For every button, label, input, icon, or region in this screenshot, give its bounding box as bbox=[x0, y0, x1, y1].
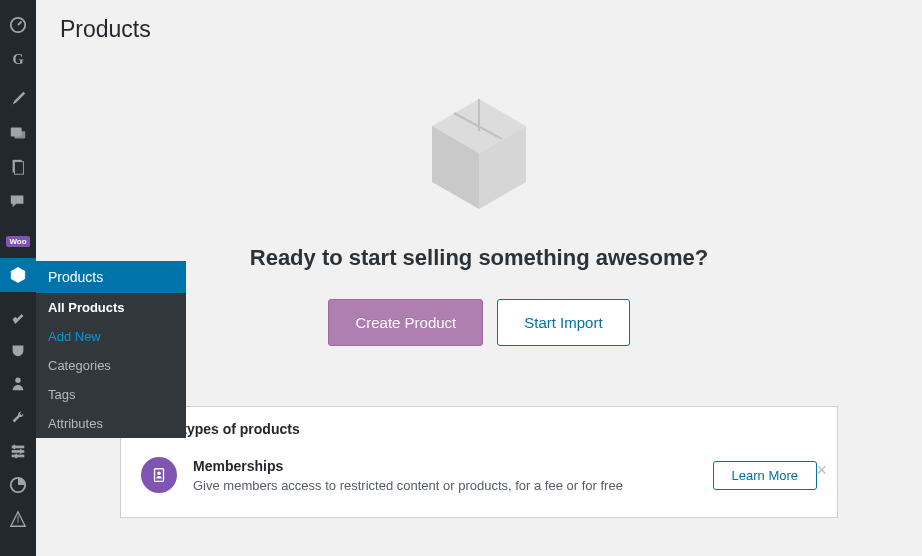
svg-rect-3 bbox=[14, 131, 25, 138]
other-products-heading: Other types of products bbox=[141, 421, 817, 437]
comments-icon[interactable] bbox=[0, 184, 36, 218]
membership-info: Memberships Give members access to restr… bbox=[193, 458, 697, 493]
submenu-add-new[interactable]: Add New bbox=[36, 322, 186, 351]
svg-point-20 bbox=[157, 471, 161, 475]
submenu-tags[interactable]: Tags bbox=[36, 380, 186, 409]
membership-badge-icon bbox=[141, 457, 177, 493]
pages-icon[interactable] bbox=[0, 150, 36, 184]
membership-item: Memberships Give members access to restr… bbox=[141, 457, 817, 493]
appearance-icon[interactable] bbox=[0, 298, 36, 332]
empty-state-heading: Ready to start selling something awesome… bbox=[80, 245, 878, 271]
dismiss-icon[interactable]: × bbox=[816, 460, 827, 481]
users-icon[interactable] bbox=[0, 366, 36, 400]
membership-description: Give members access to restricted conten… bbox=[193, 478, 697, 493]
submenu-attributes[interactable]: Attributes bbox=[36, 409, 186, 438]
posts-icon[interactable] bbox=[0, 82, 36, 116]
svg-text:G: G bbox=[13, 51, 24, 67]
svg-rect-5 bbox=[14, 162, 23, 175]
membership-title: Memberships bbox=[193, 458, 697, 474]
marketing-icon[interactable] bbox=[0, 502, 36, 536]
plugins-icon[interactable] bbox=[0, 332, 36, 366]
start-import-button[interactable]: Start Import bbox=[497, 299, 629, 346]
tools-icon[interactable] bbox=[0, 400, 36, 434]
dashboard-icon[interactable] bbox=[0, 8, 36, 42]
svg-rect-11 bbox=[20, 449, 22, 454]
settings-icon[interactable] bbox=[0, 434, 36, 468]
svg-rect-8 bbox=[12, 450, 25, 453]
box-illustration bbox=[80, 91, 878, 215]
other-products-card: Other types of products Memberships Give… bbox=[120, 406, 838, 518]
page-title: Products bbox=[60, 16, 898, 43]
button-row: Create Product Start Import bbox=[80, 299, 878, 346]
create-product-button[interactable]: Create Product bbox=[328, 299, 483, 346]
google-icon[interactable]: G bbox=[0, 42, 36, 76]
submenu-header-products[interactable]: Products bbox=[36, 261, 186, 293]
admin-icon-sidebar: G Woo bbox=[0, 0, 36, 556]
learn-more-button[interactable]: Learn More bbox=[713, 461, 817, 490]
svg-rect-9 bbox=[12, 455, 25, 458]
svg-rect-12 bbox=[15, 454, 17, 459]
woocommerce-icon[interactable]: Woo bbox=[0, 224, 36, 258]
submenu-all-products[interactable]: All Products bbox=[36, 293, 186, 322]
svg-point-6 bbox=[15, 378, 20, 383]
media-icon[interactable] bbox=[0, 116, 36, 150]
products-icon[interactable] bbox=[0, 258, 36, 292]
products-submenu: Products All Products Add New Categories… bbox=[36, 261, 186, 438]
analytics-icon[interactable] bbox=[0, 468, 36, 502]
svg-rect-10 bbox=[14, 445, 16, 450]
submenu-categories[interactable]: Categories bbox=[36, 351, 186, 380]
